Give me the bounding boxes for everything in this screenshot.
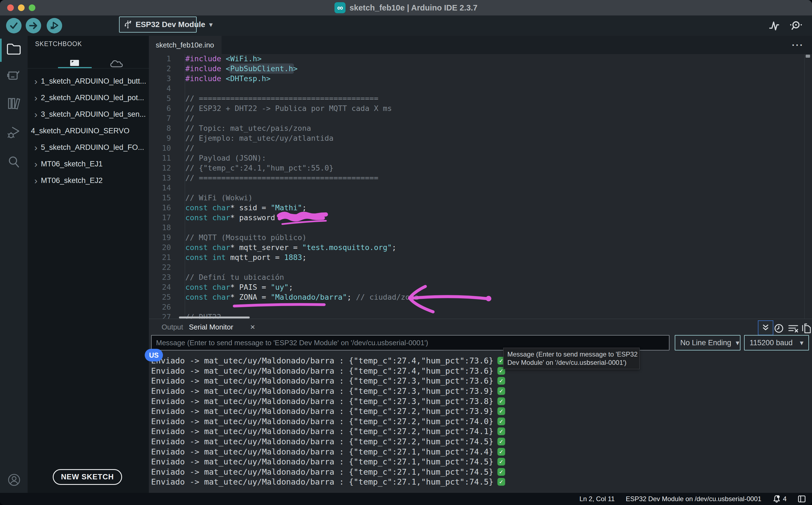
code-lines: 1#include <WiFi.h>2#include <PubSubClien…	[149, 54, 812, 319]
line-number: 2	[149, 64, 171, 73]
sketchbook-item[interactable]: 4_sketch_ARDUINO_SERVO	[28, 123, 149, 139]
sketchbook-item[interactable]: ›MT06_sketch_EJ1	[28, 156, 149, 172]
clear-lines-icon	[788, 323, 799, 333]
serial-plotter-icon[interactable]	[768, 20, 780, 31]
check-emoji: ✓	[497, 428, 505, 435]
sketchbook-item-label: 5_sketch_ARDUINO_led_FO...	[41, 143, 144, 152]
zoom-window-button[interactable]	[29, 4, 35, 11]
code-line: 22	[149, 262, 812, 272]
code-editor[interactable]: 1#include <WiFi.h>2#include <PubSubClien…	[149, 54, 812, 319]
notifications-button[interactable]: 4	[773, 495, 787, 503]
line-number: 1	[149, 54, 171, 63]
toggle-panel-icon[interactable]	[798, 495, 806, 503]
board-port-status[interactable]: ESP32 Dev Module on /dev/cu.usbserial-00…	[626, 495, 762, 503]
sketchbook-item-label: 1_sketch_ARDUINO_led_butt...	[41, 77, 146, 86]
horizontal-scrollbar[interactable]	[179, 317, 250, 318]
sidebar-item-library-manager[interactable]	[0, 91, 28, 116]
code-line: 9// Ejemplo: mat_utec/uy/atlantida	[149, 133, 812, 143]
sketchbook-item-label: MT06_sketch_EJ1	[41, 160, 103, 168]
tab-serial-monitor[interactable]: Serial Monitor	[189, 323, 233, 331]
line-number: 12	[149, 164, 171, 172]
sketchbook-item[interactable]: ›5_sketch_ARDUINO_led_FO...	[28, 139, 149, 156]
arduino-ide-window: ∞ sketch_feb10e | Arduino IDE 2.3.7 ESP3…	[0, 0, 812, 505]
close-window-button[interactable]	[7, 4, 14, 11]
serial-output[interactable]: Enviado -> mat_utec/uy/Maldonado/barra :…	[151, 356, 812, 487]
copy-output-button[interactable]	[802, 323, 811, 334]
toggle-autoscroll-button[interactable]	[758, 320, 773, 335]
tab-sketch-feb10e[interactable]: sketch_feb10e.ino	[149, 36, 222, 54]
line-number: 5	[149, 94, 171, 103]
serial-line: Enviado -> mat_utec/uy/Maldonado/barra :…	[151, 396, 812, 406]
line-number: 14	[149, 183, 171, 192]
board-icon	[7, 69, 21, 81]
code-line: 21const int mqtt_port = 1883;	[149, 252, 812, 262]
more-actions-icon[interactable]: ···	[792, 40, 804, 50]
serial-monitor-panel: Output Serial Monitor × No Line Ending ▾…	[149, 319, 812, 493]
cursor-position[interactable]: Ln 2, Col 11	[579, 495, 615, 503]
verify-button[interactable]	[6, 18, 21, 33]
serial-line: Enviado -> mat_utec/uy/Maldonado/barra :…	[151, 386, 812, 396]
tab-local-sketchbook[interactable]	[58, 56, 91, 72]
clear-output-button[interactable]	[788, 323, 799, 333]
code-line: 4	[149, 83, 812, 93]
tab-output[interactable]: Output	[161, 323, 183, 331]
scrollbar-track	[804, 54, 805, 319]
code-line: 11// Payload (JSON):	[149, 153, 812, 163]
debug-button[interactable]	[47, 18, 62, 33]
minimize-window-button[interactable]	[18, 4, 25, 11]
serial-line: Enviado -> mat_utec/uy/Maldonado/barra :…	[151, 356, 812, 366]
folder-icon	[7, 43, 21, 55]
line-ending-dropdown[interactable]: No Line Ending ▾	[675, 335, 740, 350]
toolbar: ESP32 Dev Module ▾	[0, 15, 812, 36]
chevron-right-icon: ›	[31, 176, 41, 185]
code-line: 16const char* ssid = "Mathi";	[149, 202, 812, 212]
sketchbook-item[interactable]: ›1_sketch_ARDUINO_led_butt...	[28, 73, 149, 90]
code-line: 3#include <DHTesp.h>	[149, 73, 812, 83]
baud-rate-label: 115200 baud	[749, 339, 795, 347]
check-emoji: ✓	[497, 387, 505, 395]
board-selector-dropdown[interactable]: ESP32 Dev Module ▾	[119, 17, 197, 32]
sidebar-item-sketchbook[interactable]	[0, 37, 28, 61]
line-number: 19	[149, 233, 171, 242]
code-line: 24const char* PAIS = "uy";	[149, 282, 812, 292]
vertical-scrollbar[interactable]	[806, 55, 810, 58]
line-number: 9	[149, 134, 171, 142]
search-icon	[7, 155, 21, 169]
line-number: 26	[149, 303, 171, 311]
line-number: 25	[149, 293, 171, 301]
code-line: 6// ESP32 + DHT22 -> Publica por MQTT ca…	[149, 103, 812, 113]
sketchbook-item[interactable]: ›2_sketch_ARDUINO_led_pot...	[28, 90, 149, 106]
sidebar-item-boards-manager[interactable]	[0, 63, 28, 88]
chevron-right-icon: ›	[31, 143, 41, 152]
chevron-down-icon: ▾	[800, 339, 803, 347]
close-icon[interactable]: ×	[250, 322, 255, 332]
code-line: 26	[149, 302, 812, 312]
code-line: 10//	[149, 143, 812, 153]
check-emoji: ✓	[497, 468, 505, 476]
chevron-right-icon: ›	[31, 93, 41, 103]
cloud-icon	[110, 59, 123, 69]
tooltip-line: Message (Enter to send message to 'ESP32	[507, 350, 635, 358]
sidebar-item-search[interactable]	[0, 150, 28, 174]
account-icon[interactable]	[8, 474, 20, 486]
serial-line: Enviado -> mat_utec/uy/Maldonado/barra :…	[151, 447, 812, 457]
title-bar: ∞ sketch_feb10e | Arduino IDE 2.3.7	[0, 0, 812, 15]
sketchbook-item-label: 4_sketch_ARDUINO_SERVO	[31, 127, 129, 135]
code-line: 25const char* ZONA = "Maldonado/barra"; …	[149, 292, 812, 302]
library-books-icon	[7, 97, 21, 110]
chevron-right-icon: ›	[31, 110, 41, 119]
baud-rate-dropdown[interactable]: 115200 baud ▾	[744, 335, 809, 350]
code-line: 12// {"temp_c":24.1,"hum_pct":55.0}	[149, 163, 812, 173]
chevron-right-icon: ›	[31, 76, 41, 86]
toggle-timestamp-button[interactable]	[774, 323, 784, 333]
serial-monitor-icon[interactable]	[789, 20, 803, 31]
tab-cloud-sketchbook[interactable]	[100, 56, 133, 72]
upload-button[interactable]	[26, 18, 41, 33]
window-title: sketch_feb10e | Arduino IDE 2.3.7	[349, 3, 477, 12]
sketchbook-item[interactable]: ›MT06_sketch_EJ2	[28, 172, 149, 189]
check-emoji: ✓	[497, 397, 505, 405]
sidebar-item-debug[interactable]	[0, 120, 28, 145]
sketchbook-item[interactable]: ›3_sketch_ARDUINO_led_sen...	[28, 106, 149, 123]
new-sketch-button[interactable]: NEW SKETCH	[53, 469, 122, 485]
code-line: 23// Definí tu ubicación	[149, 272, 812, 282]
